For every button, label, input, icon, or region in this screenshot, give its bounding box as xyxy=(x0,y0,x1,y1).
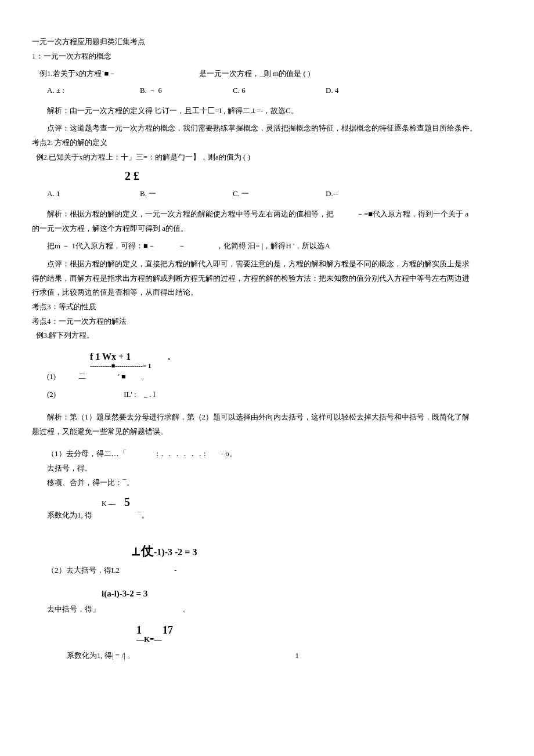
ex3-part2: （2）去大括号，得L2 - xyxy=(47,563,502,578)
ex2-stem: 例2.已知关于x的方程上：十」三=：的解是勹一】，则a的值为 ( ) xyxy=(36,150,503,165)
ex2-opt-d: D.-- xyxy=(326,187,418,201)
ex3-frac-top: f 1 Wx + 1 . xyxy=(90,351,502,362)
ex2-opt-c: C. 一 xyxy=(233,187,326,201)
kp2-title: 考点2: 方程的解的定义 xyxy=(32,136,502,150)
doc-title: 一元一次方程应用题归类汇集考点 xyxy=(32,35,502,49)
ex2-comment-3: 行求值，比较两边的值是否相等，从而得出结论。 xyxy=(32,285,502,300)
ex3-step4-frac: K ― 5 xyxy=(102,495,502,508)
ex1-stem: 例1.若关于x的方程˙■－ 是一元一次方程，_则 m的值是 ( ) xyxy=(39,67,502,81)
ex3-last-eq: 1 17 —K=— xyxy=(136,625,502,643)
ex3-frac-line: ----------■-------------= 1 xyxy=(90,362,502,370)
ex3-eq1: (1) 二 ' ■ 。 xyxy=(47,370,502,384)
ex2-fraction: 2 £ xyxy=(125,165,139,187)
ex2-substitution: 把m － 1代入原方程，可得：■－ － ，化简得 汩= |，解得H '，所以选A xyxy=(32,239,502,254)
ex2-analysis-2: 的一元一次方程，解这个方程即可得到 a的值。 xyxy=(32,222,502,236)
ex3-analysis-1: 解析：第（1）题显然要去分母进行求解，第（2）题可以选择由外向内去括号，这样可以… xyxy=(32,410,502,425)
ex3-p2-tail: -1)-3 -2 = 3 xyxy=(154,547,197,557)
ex3-analysis-2: 题过程，又能避免一些常见的解题错误。 xyxy=(32,425,502,439)
kp3-title: 考点3：等式的性质 xyxy=(32,300,502,314)
ex3-mid: 去中括号，得」 。 xyxy=(47,602,502,617)
ex3-eq1-fraction: f 1 Wx + 1 . ----------■-------------= 1 xyxy=(90,351,502,370)
ex2-options: A. 1 B. 一 C. 一 D.-- xyxy=(47,187,502,201)
ex1-analysis: 解析：由一元一次方程的定义得 匕订一，且工十匚=I , 解得二⊥=-，故选C。 xyxy=(32,104,502,118)
ex3-step3: 移项、合并，得一比：¯。 xyxy=(47,476,502,490)
kp4-title: 考点4：一元一次方程的解法 xyxy=(32,314,502,329)
ex1-opt-a: A. ± : xyxy=(47,84,140,98)
ex3-part2-eq: ⊥仗-1)-3 -2 = 3 xyxy=(131,539,502,563)
ex2-comment-2: 得的结果，而解方程是指求出方程的解或判断方程无解的过程，方程的解的检验方法：把未… xyxy=(32,272,502,286)
ex2-opt-b: B. 一 xyxy=(140,187,233,201)
ex1-options: A. ± : B. － 6 C. 6 D. 4 xyxy=(47,84,502,98)
ex3-step2: 去括号，得。 xyxy=(47,461,502,476)
kp1-title: 1：一元一次方程的概念 xyxy=(32,49,502,64)
ex2-comment-1: 点评：根据方程的解的定义，直接把方程的解代入即可，需要注意的是，方程的解和解方程… xyxy=(32,257,502,272)
ex1-opt-b: B. － 6 xyxy=(140,84,233,98)
ex3-p2-big: ⊥仗 xyxy=(131,544,154,558)
ex3-step4: 系数化为1, 得 ¯。 xyxy=(47,508,502,523)
ex1-comment: 点评：这道题考查一元一次方程的概念，我们需要熟练掌握概念，灵活把握概念的特征，根… xyxy=(32,121,502,136)
ex2-opt-a: A. 1 xyxy=(47,187,140,201)
ex3-stem: 例3.解下列方程。 xyxy=(36,328,503,343)
ex3-s4a: K ― xyxy=(102,500,122,508)
ex2-analysis-1: 解析：根据方程的解的定义，一元一次方程的解能使方程中等号左右两边的值相等，把 －… xyxy=(32,207,502,222)
ex3-last: 系数化为1, 得| = /| 。 xyxy=(67,649,135,663)
page-number: 1 xyxy=(295,649,300,663)
page-footer: 系数化为1, 得| = /| 。 1 xyxy=(32,649,502,663)
ex3-eq2: (2) IL' : _ . l xyxy=(47,388,502,402)
ex3-mid-eq: i(a-l)-3-2 = 3 xyxy=(102,585,502,602)
ex1-opt-d: D. 4 xyxy=(326,84,418,98)
ex3-last-eq-top: 1 17 xyxy=(136,625,502,635)
ex3-s4b: 5 xyxy=(124,495,130,508)
ex1-opt-c: C. 6 xyxy=(233,84,326,98)
ex3-last-eq-bot: —K=— xyxy=(136,635,502,643)
ex3-step1: （1）去分母，得二…「 :．．．．．．: - o。 xyxy=(47,447,502,461)
